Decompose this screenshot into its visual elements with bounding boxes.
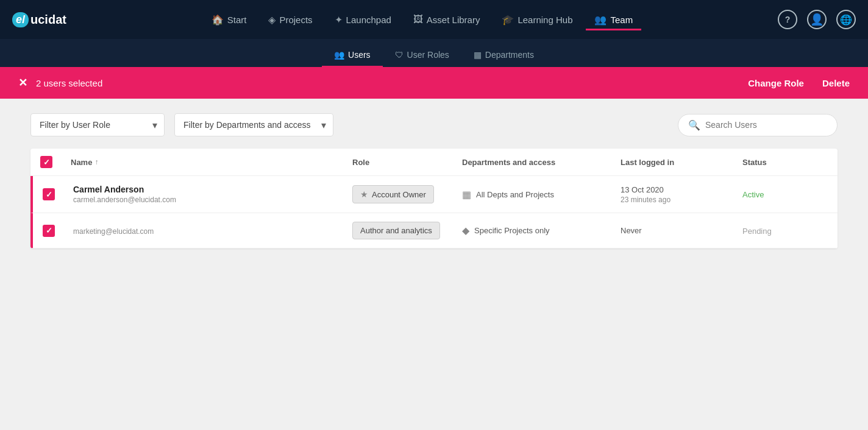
row1-checkbox[interactable]: ✓ bbox=[43, 188, 55, 200]
nav-learning-hub-label: Learning Hub bbox=[518, 15, 572, 25]
nav-right-icons: ? 👤 🌐 bbox=[778, 10, 856, 29]
sub-navigation: 👥 Users 🛡 User Roles ▦ Departments bbox=[0, 39, 868, 67]
subnav-user-roles[interactable]: 🛡 User Roles bbox=[383, 44, 461, 68]
logo-bubble: el bbox=[12, 12, 29, 27]
row2-last-logged: Never bbox=[621, 226, 742, 235]
subnav-users-label: Users bbox=[348, 50, 371, 60]
nav-launchpad[interactable]: ✦ Launchpad bbox=[326, 9, 400, 30]
nav-team[interactable]: 👥 Team bbox=[586, 9, 641, 30]
logo[interactable]: elucidat bbox=[12, 12, 66, 27]
globe-icon[interactable]: 🌐 bbox=[836, 10, 856, 29]
learning-hub-icon: 🎓 bbox=[502, 14, 514, 26]
nav-projects[interactable]: ◈ Projects bbox=[260, 9, 321, 30]
table-row: ✓ marketing@elucidat.com Author and anal… bbox=[30, 213, 838, 248]
row1-dept-cell: ▦ All Depts and Projects bbox=[462, 189, 621, 200]
row1-name: Carmel Anderson bbox=[73, 185, 352, 194]
main-content: Filter by User Role Filter by Department… bbox=[0, 99, 868, 263]
row2-user-info: marketing@elucidat.com bbox=[73, 226, 352, 236]
row2-last-logged-cell: Never bbox=[621, 226, 742, 235]
subnav-users[interactable]: 👥 Users bbox=[322, 44, 383, 68]
row1-last-logged-sub: 23 minutes ago bbox=[621, 196, 742, 204]
row1-role-label: Account Owner bbox=[372, 190, 426, 199]
row1-last-logged-cell: 13 Oct 2020 23 minutes ago bbox=[621, 185, 742, 204]
row1-user-info: Carmel Anderson carmel.anderson@elucidat… bbox=[73, 185, 352, 204]
top-navigation: elucidat 🏠 Start ◈ Projects ✦ Launchpad … bbox=[0, 0, 868, 39]
selection-count: 2 users selected bbox=[36, 78, 748, 88]
search-input[interactable] bbox=[705, 120, 827, 130]
row1-email: carmel.anderson@elucidat.com bbox=[73, 196, 352, 204]
row2-checkbox-cell: ✓ bbox=[43, 225, 73, 237]
row2-departments: Specific Projects only bbox=[474, 226, 550, 235]
account-icon[interactable]: 👤 bbox=[807, 10, 827, 29]
header-last-logged: Last logged in bbox=[621, 158, 742, 167]
nav-launchpad-label: Launchpad bbox=[346, 15, 391, 25]
asset-library-icon: 🖼 bbox=[413, 14, 423, 25]
selection-actions: Change Role Delete bbox=[748, 78, 850, 88]
row1-status: Active bbox=[742, 190, 764, 199]
row1-checkbox-cell: ✓ bbox=[43, 188, 73, 200]
header-name: Name ↑ bbox=[71, 158, 352, 167]
row2-status-cell: Pending bbox=[742, 225, 828, 236]
row2-role-badge: Author and analytics bbox=[352, 222, 440, 239]
search-box: 🔍 bbox=[678, 114, 838, 136]
row1-role-cell: ★ Account Owner bbox=[352, 185, 462, 203]
header-departments: Departments and access bbox=[462, 158, 621, 167]
logo-text: ucidat bbox=[30, 13, 66, 27]
row1-last-logged: 13 Oct 2020 bbox=[621, 185, 742, 194]
subnav-departments[interactable]: ▦ Departments bbox=[461, 44, 546, 68]
row1-departments: All Depts and Projects bbox=[476, 190, 554, 199]
users-icon: 👥 bbox=[334, 50, 344, 60]
nav-start-label: Start bbox=[227, 15, 247, 25]
launchpad-icon: ✦ bbox=[335, 14, 343, 26]
star-icon: ★ bbox=[360, 189, 368, 199]
row2-checkbox[interactable]: ✓ bbox=[43, 225, 55, 237]
shield-icon: 🛡 bbox=[395, 50, 404, 60]
header-checkbox: ✓ bbox=[40, 156, 71, 168]
diamond-icon: ◆ bbox=[462, 225, 469, 236]
table-header: ✓ Name ↑ Role Departments and access Las… bbox=[30, 149, 838, 176]
search-icon: 🔍 bbox=[688, 119, 700, 131]
filter-bar: Filter by User Role Filter by Department… bbox=[30, 113, 838, 136]
row2-status: Pending bbox=[742, 227, 772, 236]
nav-start[interactable]: 🏠 Start bbox=[203, 9, 255, 30]
home-icon: 🏠 bbox=[212, 14, 224, 26]
nav-links: 🏠 Start ◈ Projects ✦ Launchpad 🖼 Asset L… bbox=[66, 9, 778, 30]
role-filter-wrapper: Filter by User Role bbox=[30, 113, 165, 136]
select-all-checkbox[interactable]: ✓ bbox=[40, 156, 52, 168]
delete-button[interactable]: Delete bbox=[822, 78, 850, 88]
subnav-user-roles-label: User Roles bbox=[407, 50, 449, 60]
nav-learning-hub[interactable]: 🎓 Learning Hub bbox=[493, 9, 581, 30]
dept-filter-wrapper: Filter by Departments and access bbox=[174, 113, 333, 136]
role-filter-select[interactable]: Filter by User Role bbox=[30, 113, 165, 136]
nav-asset-library[interactable]: 🖼 Asset Library bbox=[405, 9, 489, 30]
row2-dept-cell: ◆ Specific Projects only bbox=[462, 225, 621, 236]
departments-icon: ▦ bbox=[474, 50, 482, 60]
sort-name-icon[interactable]: ↑ bbox=[94, 158, 98, 166]
nav-team-label: Team bbox=[610, 15, 633, 25]
deselect-all-button[interactable]: ✕ bbox=[18, 76, 27, 90]
change-role-button[interactable]: Change Role bbox=[748, 78, 804, 88]
selection-bar: ✕ 2 users selected Change Role Delete bbox=[0, 67, 868, 99]
header-role: Role bbox=[352, 158, 462, 167]
users-table: ✓ Name ↑ Role Departments and access Las… bbox=[30, 149, 838, 248]
row2-role-cell: Author and analytics bbox=[352, 222, 462, 239]
help-icon[interactable]: ? bbox=[778, 10, 797, 29]
grid-icon: ▦ bbox=[462, 189, 471, 200]
projects-icon: ◈ bbox=[268, 14, 276, 26]
row2-role-label: Author and analytics bbox=[360, 226, 432, 235]
row1-status-cell: Active bbox=[742, 189, 828, 200]
row2-email: marketing@elucidat.com bbox=[73, 227, 352, 236]
header-status: Status bbox=[742, 158, 828, 167]
dept-filter-select[interactable]: Filter by Departments and access bbox=[174, 113, 333, 136]
subnav-departments-label: Departments bbox=[485, 50, 534, 60]
team-icon: 👥 bbox=[594, 14, 607, 26]
table-row: ✓ Carmel Anderson carmel.anderson@elucid… bbox=[30, 176, 838, 213]
nav-projects-label: Projects bbox=[279, 15, 312, 25]
row1-role-badge: ★ Account Owner bbox=[352, 185, 434, 203]
nav-asset-library-label: Asset Library bbox=[427, 15, 480, 25]
